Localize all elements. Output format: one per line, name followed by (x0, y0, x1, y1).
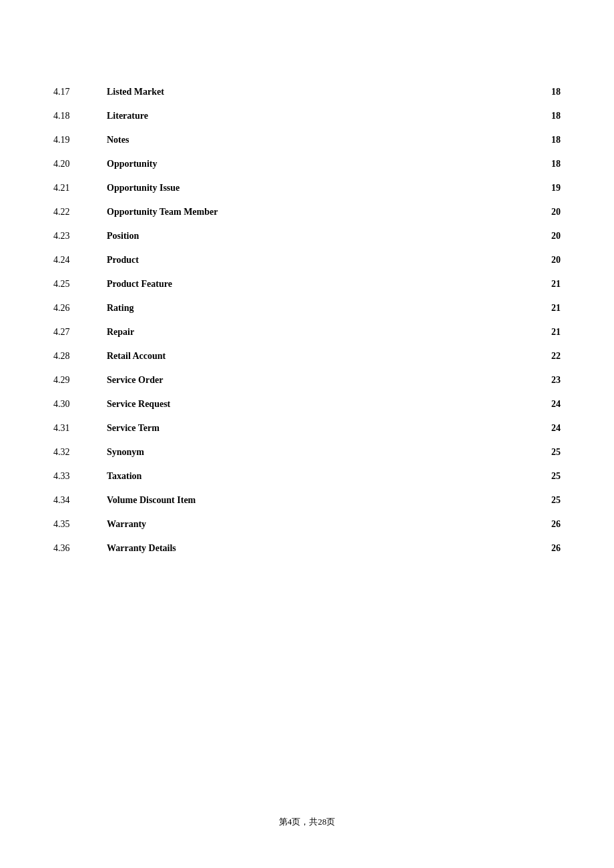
toc-number: 4.19 (53, 128, 107, 152)
toc-page-number: 20 (527, 200, 561, 224)
toc-row: 4.34Volume Discount Item25 (53, 488, 561, 512)
toc-page-number: 24 (527, 416, 561, 440)
toc-page-number: 21 (527, 272, 561, 296)
toc-number: 4.30 (53, 392, 107, 416)
toc-number: 4.21 (53, 176, 107, 200)
toc-table: 4.17Listed Market184.18Literature184.19N… (53, 80, 561, 560)
toc-number: 4.31 (53, 416, 107, 440)
toc-label: Retail Account (107, 344, 527, 368)
toc-row: 4.26Rating21 (53, 296, 561, 320)
toc-page-number: 18 (527, 128, 561, 152)
toc-label: Listed Market (107, 80, 527, 104)
toc-row: 4.17Listed Market18 (53, 80, 561, 104)
toc-number: 4.34 (53, 488, 107, 512)
toc-number: 4.33 (53, 464, 107, 488)
toc-label: Synonym (107, 440, 527, 464)
toc-number: 4.25 (53, 272, 107, 296)
toc-number: 4.18 (53, 104, 107, 128)
toc-page-number: 25 (527, 464, 561, 488)
toc-number: 4.35 (53, 512, 107, 536)
toc-page-number: 20 (527, 224, 561, 248)
toc-row: 4.29Service Order23 (53, 368, 561, 392)
toc-number: 4.24 (53, 248, 107, 272)
toc-number: 4.27 (53, 320, 107, 344)
toc-label: Position (107, 224, 527, 248)
toc-page-number: 26 (527, 512, 561, 536)
toc-label: Warranty Details (107, 536, 527, 560)
toc-page-number: 19 (527, 176, 561, 200)
toc-label: Opportunity Issue (107, 176, 527, 200)
toc-row: 4.35Warranty26 (53, 512, 561, 536)
toc-number: 4.32 (53, 440, 107, 464)
toc-row: 4.22Opportunity Team Member20 (53, 200, 561, 224)
toc-number: 4.23 (53, 224, 107, 248)
toc-row: 4.28Retail Account22 (53, 344, 561, 368)
toc-label: Volume Discount Item (107, 488, 527, 512)
toc-number: 4.36 (53, 536, 107, 560)
toc-label: Product Feature (107, 272, 527, 296)
toc-page-number: 18 (527, 80, 561, 104)
toc-row: 4.25Product Feature21 (53, 272, 561, 296)
toc-label: Service Term (107, 416, 527, 440)
toc-label: Literature (107, 104, 527, 128)
toc-page-number: 21 (527, 296, 561, 320)
toc-row: 4.27Repair21 (53, 320, 561, 344)
toc-row: 4.24Product20 (53, 248, 561, 272)
toc-page-number: 25 (527, 440, 561, 464)
toc-row: 4.23Position20 (53, 224, 561, 248)
toc-label: Opportunity Team Member (107, 200, 527, 224)
toc-label: Warranty (107, 512, 527, 536)
toc-row: 4.30Service Request24 (53, 392, 561, 416)
toc-label: Repair (107, 320, 527, 344)
toc-label: Rating (107, 296, 527, 320)
page: 4.17Listed Market184.18Literature184.19N… (0, 0, 614, 868)
toc-row: 4.31Service Term24 (53, 416, 561, 440)
toc-page-number: 24 (527, 392, 561, 416)
footer-text: 第4页，共28页 (279, 817, 336, 827)
page-footer: 第4页，共28页 (0, 816, 614, 828)
toc-number: 4.28 (53, 344, 107, 368)
toc-row: 4.32Synonym25 (53, 440, 561, 464)
toc-row: 4.18Literature18 (53, 104, 561, 128)
toc-page-number: 25 (527, 488, 561, 512)
toc-number: 4.22 (53, 200, 107, 224)
toc-number: 4.17 (53, 80, 107, 104)
toc-page-number: 23 (527, 368, 561, 392)
toc-number: 4.26 (53, 296, 107, 320)
toc-row: 4.33Taxation25 (53, 464, 561, 488)
toc-page-number: 20 (527, 248, 561, 272)
toc-label: Service Order (107, 368, 527, 392)
toc-row: 4.21Opportunity Issue19 (53, 176, 561, 200)
toc-row: 4.36Warranty Details26 (53, 536, 561, 560)
toc-page-number: 21 (527, 320, 561, 344)
toc-row: 4.19Notes18 (53, 128, 561, 152)
toc-page-number: 26 (527, 536, 561, 560)
toc-label: Product (107, 248, 527, 272)
toc-label: Taxation (107, 464, 527, 488)
toc-number: 4.20 (53, 152, 107, 176)
toc-label: Service Request (107, 392, 527, 416)
toc-label: Notes (107, 128, 527, 152)
toc-row: 4.20Opportunity18 (53, 152, 561, 176)
toc-label: Opportunity (107, 152, 527, 176)
toc-page-number: 18 (527, 152, 561, 176)
toc-number: 4.29 (53, 368, 107, 392)
toc-page-number: 22 (527, 344, 561, 368)
toc-page-number: 18 (527, 104, 561, 128)
